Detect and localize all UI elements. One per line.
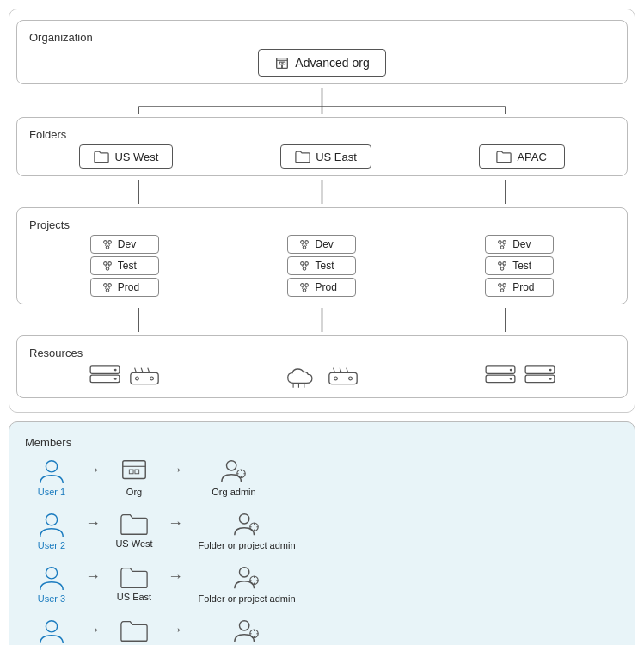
resources-section: Resources bbox=[16, 335, 628, 398]
svg-point-115 bbox=[240, 568, 249, 577]
member-user4: User 4 bbox=[21, 616, 82, 645]
svg-point-40 bbox=[304, 267, 307, 271]
svg-point-91 bbox=[509, 378, 512, 380]
project-group-uswest: Dev Test bbox=[90, 235, 159, 297]
user2-label: User 2 bbox=[38, 540, 65, 550]
project-prod-2: Prod bbox=[287, 278, 356, 297]
org-label: Organization bbox=[26, 28, 618, 44]
user2-icon bbox=[37, 509, 66, 538]
org-row: Advanced org bbox=[26, 49, 618, 77]
member-user1: User 1 bbox=[21, 456, 82, 497]
router-icon-uswest bbox=[128, 365, 161, 390]
svg-point-107 bbox=[46, 514, 57, 525]
svg-point-72 bbox=[113, 378, 116, 380]
arrow-3b: → bbox=[164, 568, 187, 599]
svg-point-35 bbox=[304, 246, 307, 249]
project-dev-label-3: Dev bbox=[512, 238, 531, 250]
resources-apac bbox=[484, 365, 556, 390]
svg-rect-2 bbox=[283, 62, 285, 64]
server-icon-uswest bbox=[89, 365, 121, 390]
main-container: Organization Advanced org bbox=[0, 0, 644, 645]
arrow-4a: → bbox=[82, 621, 104, 646]
org-name: Advanced org bbox=[295, 56, 369, 70]
project-icon bbox=[496, 260, 508, 272]
folder-uswest-label: US West bbox=[114, 150, 158, 163]
project-prod-3: Prod bbox=[485, 278, 554, 297]
org-icon-m1 bbox=[120, 456, 149, 485]
project-dev-3: Dev bbox=[485, 235, 554, 254]
arrow-1b: → bbox=[164, 461, 187, 493]
project-icon bbox=[101, 238, 113, 250]
target-useast-label: US East bbox=[117, 592, 151, 602]
project-prod-1: Prod bbox=[90, 278, 159, 297]
resources-useast bbox=[285, 365, 359, 390]
svg-point-78 bbox=[150, 377, 153, 380]
folder-useast-label: US East bbox=[316, 150, 357, 163]
user3-icon bbox=[37, 562, 66, 592]
folder-apac-label: APAC bbox=[517, 150, 546, 163]
arrow-4b: → bbox=[164, 621, 187, 646]
role-folderadmin2-label: Folder or project admin bbox=[198, 540, 295, 550]
svg-point-94 bbox=[549, 369, 551, 372]
member-role-folderadmin2: Folder or project admin bbox=[187, 509, 307, 550]
svg-point-122 bbox=[240, 621, 249, 630]
project-icon bbox=[298, 260, 310, 272]
member-row-1: User 1 → Org → bbox=[21, 456, 623, 497]
target-uswest-label: US West bbox=[115, 538, 152, 549]
svg-point-25 bbox=[106, 267, 109, 271]
svg-line-84 bbox=[340, 368, 341, 373]
svg-point-114 bbox=[46, 568, 57, 579]
project-icon bbox=[101, 260, 113, 272]
org-area: Advanced org bbox=[26, 44, 618, 77]
folder-icon-useast bbox=[295, 150, 310, 163]
folders-to-projects-connector bbox=[16, 180, 628, 204]
resources-uswest bbox=[89, 365, 161, 390]
org-hierarchy-section: Organization Advanced org bbox=[9, 9, 635, 413]
project-group-useast: Dev Test bbox=[287, 235, 356, 297]
svg-point-96 bbox=[46, 461, 57, 472]
svg-rect-97 bbox=[123, 461, 145, 479]
members-grid: User 1 → Org → bbox=[21, 456, 623, 645]
project-test-3: Test bbox=[485, 256, 554, 275]
arrow-2a: → bbox=[82, 514, 104, 546]
project-prod-label-2: Prod bbox=[315, 281, 336, 293]
project-icon bbox=[496, 238, 508, 250]
project-dev-label-2: Dev bbox=[315, 238, 333, 250]
resources-row bbox=[26, 365, 618, 390]
svg-rect-3 bbox=[281, 65, 283, 69]
members-section: Members User 1 → bbox=[9, 421, 635, 645]
svg-point-87 bbox=[348, 377, 352, 380]
member-target-org: Org bbox=[104, 456, 164, 497]
server-icon-apac1 bbox=[484, 365, 517, 390]
admin-icon-m4 bbox=[232, 616, 261, 645]
projects-to-resources-connector bbox=[16, 308, 628, 332]
folder-icon-m2 bbox=[120, 511, 149, 537]
project-test-1: Test bbox=[90, 256, 159, 275]
cloud-icon-useast bbox=[285, 365, 320, 390]
org-to-folders-connector bbox=[16, 88, 628, 114]
arrow-2b: → bbox=[164, 514, 187, 546]
project-test-label-3: Test bbox=[512, 260, 531, 272]
admin-icon-m2 bbox=[232, 509, 261, 538]
member-user2: User 2 bbox=[21, 509, 82, 550]
project-prod-label-1: Prod bbox=[118, 281, 139, 293]
member-row-2: User 2 → US West → bbox=[21, 509, 623, 550]
members-label: Members bbox=[21, 433, 623, 449]
svg-line-76 bbox=[147, 368, 149, 373]
member-target-apac: APAC bbox=[104, 617, 164, 645]
server-icon-apac2 bbox=[524, 365, 556, 390]
svg-rect-1 bbox=[280, 62, 283, 64]
projects-label: Projects bbox=[26, 215, 618, 231]
project-icon bbox=[298, 281, 310, 293]
svg-point-71 bbox=[113, 369, 116, 372]
svg-point-30 bbox=[106, 289, 109, 292]
svg-point-108 bbox=[240, 514, 249, 524]
org-box: Advanced org bbox=[258, 49, 385, 77]
folder-us-east: US East bbox=[280, 144, 371, 169]
folder-icon-m4 bbox=[120, 617, 149, 643]
member-role-folderadmin3: Folder or project admin bbox=[187, 562, 307, 604]
svg-point-95 bbox=[549, 378, 551, 380]
svg-line-83 bbox=[333, 368, 334, 373]
svg-point-50 bbox=[500, 246, 504, 249]
building-icon bbox=[274, 55, 290, 71]
